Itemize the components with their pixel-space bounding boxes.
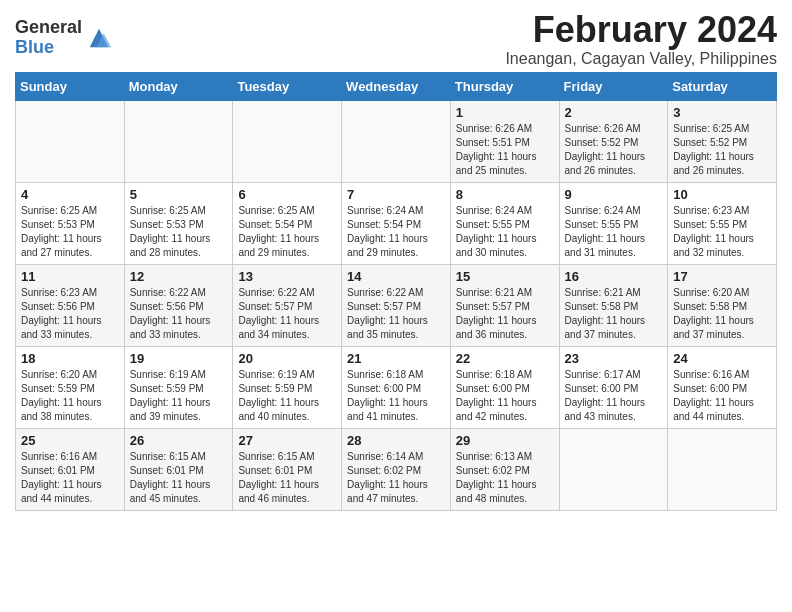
calendar-cell: 10Sunrise: 6:23 AM Sunset: 5:55 PM Dayli… <box>668 182 777 264</box>
calendar-week-row: 18Sunrise: 6:20 AM Sunset: 5:59 PM Dayli… <box>16 346 777 428</box>
calendar-header: SundayMondayTuesdayWednesdayThursdayFrid… <box>16 72 777 100</box>
calendar-cell: 4Sunrise: 6:25 AM Sunset: 5:53 PM Daylig… <box>16 182 125 264</box>
day-number: 14 <box>347 269 445 284</box>
header-day: Thursday <box>450 72 559 100</box>
day-number: 28 <box>347 433 445 448</box>
calendar-cell: 20Sunrise: 6:19 AM Sunset: 5:59 PM Dayli… <box>233 346 342 428</box>
calendar-cell <box>342 100 451 182</box>
day-info: Sunrise: 6:21 AM Sunset: 5:58 PM Dayligh… <box>565 286 663 342</box>
day-number: 10 <box>673 187 771 202</box>
calendar-week-row: 4Sunrise: 6:25 AM Sunset: 5:53 PM Daylig… <box>16 182 777 264</box>
day-number: 29 <box>456 433 554 448</box>
calendar-cell: 8Sunrise: 6:24 AM Sunset: 5:55 PM Daylig… <box>450 182 559 264</box>
day-info: Sunrise: 6:18 AM Sunset: 6:00 PM Dayligh… <box>456 368 554 424</box>
calendar-cell: 23Sunrise: 6:17 AM Sunset: 6:00 PM Dayli… <box>559 346 668 428</box>
day-info: Sunrise: 6:23 AM Sunset: 5:56 PM Dayligh… <box>21 286 119 342</box>
logo-blue-text: Blue <box>15 38 82 58</box>
day-info: Sunrise: 6:19 AM Sunset: 5:59 PM Dayligh… <box>130 368 228 424</box>
day-info: Sunrise: 6:14 AM Sunset: 6:02 PM Dayligh… <box>347 450 445 506</box>
calendar-cell: 1Sunrise: 6:26 AM Sunset: 5:51 PM Daylig… <box>450 100 559 182</box>
calendar-cell: 29Sunrise: 6:13 AM Sunset: 6:02 PM Dayli… <box>450 428 559 510</box>
day-number: 5 <box>130 187 228 202</box>
day-info: Sunrise: 6:25 AM Sunset: 5:53 PM Dayligh… <box>130 204 228 260</box>
calendar-body: 1Sunrise: 6:26 AM Sunset: 5:51 PM Daylig… <box>16 100 777 510</box>
calendar-cell <box>668 428 777 510</box>
day-info: Sunrise: 6:25 AM Sunset: 5:54 PM Dayligh… <box>238 204 336 260</box>
calendar-cell: 13Sunrise: 6:22 AM Sunset: 5:57 PM Dayli… <box>233 264 342 346</box>
header-day: Tuesday <box>233 72 342 100</box>
day-info: Sunrise: 6:20 AM Sunset: 5:58 PM Dayligh… <box>673 286 771 342</box>
calendar-cell <box>233 100 342 182</box>
day-info: Sunrise: 6:24 AM Sunset: 5:55 PM Dayligh… <box>565 204 663 260</box>
day-info: Sunrise: 6:18 AM Sunset: 6:00 PM Dayligh… <box>347 368 445 424</box>
day-info: Sunrise: 6:13 AM Sunset: 6:02 PM Dayligh… <box>456 450 554 506</box>
day-info: Sunrise: 6:26 AM Sunset: 5:51 PM Dayligh… <box>456 122 554 178</box>
day-number: 8 <box>456 187 554 202</box>
day-number: 24 <box>673 351 771 366</box>
calendar-cell: 5Sunrise: 6:25 AM Sunset: 5:53 PM Daylig… <box>124 182 233 264</box>
day-number: 13 <box>238 269 336 284</box>
header: General Blue February 2024 Ineangan, Cag… <box>15 10 777 68</box>
calendar-cell: 16Sunrise: 6:21 AM Sunset: 5:58 PM Dayli… <box>559 264 668 346</box>
header-day: Wednesday <box>342 72 451 100</box>
calendar-week-row: 25Sunrise: 6:16 AM Sunset: 6:01 PM Dayli… <box>16 428 777 510</box>
calendar-cell: 25Sunrise: 6:16 AM Sunset: 6:01 PM Dayli… <box>16 428 125 510</box>
day-info: Sunrise: 6:24 AM Sunset: 5:55 PM Dayligh… <box>456 204 554 260</box>
calendar-cell: 18Sunrise: 6:20 AM Sunset: 5:59 PM Dayli… <box>16 346 125 428</box>
calendar-cell: 19Sunrise: 6:19 AM Sunset: 5:59 PM Dayli… <box>124 346 233 428</box>
day-number: 4 <box>21 187 119 202</box>
calendar-cell: 27Sunrise: 6:15 AM Sunset: 6:01 PM Dayli… <box>233 428 342 510</box>
calendar-cell <box>16 100 125 182</box>
title-area: February 2024 Ineangan, Cagayan Valley, … <box>505 10 777 68</box>
header-day: Sunday <box>16 72 125 100</box>
calendar-cell: 12Sunrise: 6:22 AM Sunset: 5:56 PM Dayli… <box>124 264 233 346</box>
calendar-cell: 22Sunrise: 6:18 AM Sunset: 6:00 PM Dayli… <box>450 346 559 428</box>
day-info: Sunrise: 6:21 AM Sunset: 5:57 PM Dayligh… <box>456 286 554 342</box>
day-info: Sunrise: 6:24 AM Sunset: 5:54 PM Dayligh… <box>347 204 445 260</box>
day-number: 9 <box>565 187 663 202</box>
calendar-cell: 2Sunrise: 6:26 AM Sunset: 5:52 PM Daylig… <box>559 100 668 182</box>
day-info: Sunrise: 6:16 AM Sunset: 6:01 PM Dayligh… <box>21 450 119 506</box>
day-number: 16 <box>565 269 663 284</box>
calendar-week-row: 1Sunrise: 6:26 AM Sunset: 5:51 PM Daylig… <box>16 100 777 182</box>
calendar-cell <box>124 100 233 182</box>
header-day: Friday <box>559 72 668 100</box>
header-row: SundayMondayTuesdayWednesdayThursdayFrid… <box>16 72 777 100</box>
calendar-cell: 15Sunrise: 6:21 AM Sunset: 5:57 PM Dayli… <box>450 264 559 346</box>
calendar-cell: 14Sunrise: 6:22 AM Sunset: 5:57 PM Dayli… <box>342 264 451 346</box>
day-number: 21 <box>347 351 445 366</box>
day-info: Sunrise: 6:25 AM Sunset: 5:52 PM Dayligh… <box>673 122 771 178</box>
calendar-week-row: 11Sunrise: 6:23 AM Sunset: 5:56 PM Dayli… <box>16 264 777 346</box>
day-number: 20 <box>238 351 336 366</box>
day-info: Sunrise: 6:16 AM Sunset: 6:00 PM Dayligh… <box>673 368 771 424</box>
subtitle: Ineangan, Cagayan Valley, Philippines <box>505 50 777 68</box>
calendar-cell: 21Sunrise: 6:18 AM Sunset: 6:00 PM Dayli… <box>342 346 451 428</box>
day-number: 11 <box>21 269 119 284</box>
calendar-cell: 6Sunrise: 6:25 AM Sunset: 5:54 PM Daylig… <box>233 182 342 264</box>
day-number: 27 <box>238 433 336 448</box>
day-number: 23 <box>565 351 663 366</box>
day-info: Sunrise: 6:23 AM Sunset: 5:55 PM Dayligh… <box>673 204 771 260</box>
calendar-cell: 26Sunrise: 6:15 AM Sunset: 6:01 PM Dayli… <box>124 428 233 510</box>
day-info: Sunrise: 6:17 AM Sunset: 6:00 PM Dayligh… <box>565 368 663 424</box>
calendar-cell: 11Sunrise: 6:23 AM Sunset: 5:56 PM Dayli… <box>16 264 125 346</box>
day-number: 19 <box>130 351 228 366</box>
day-number: 6 <box>238 187 336 202</box>
day-info: Sunrise: 6:15 AM Sunset: 6:01 PM Dayligh… <box>130 450 228 506</box>
calendar-cell: 17Sunrise: 6:20 AM Sunset: 5:58 PM Dayli… <box>668 264 777 346</box>
day-info: Sunrise: 6:22 AM Sunset: 5:57 PM Dayligh… <box>238 286 336 342</box>
day-number: 22 <box>456 351 554 366</box>
logo-general-text: General <box>15 18 82 38</box>
day-number: 7 <box>347 187 445 202</box>
calendar-cell: 9Sunrise: 6:24 AM Sunset: 5:55 PM Daylig… <box>559 182 668 264</box>
day-number: 1 <box>456 105 554 120</box>
main-title: February 2024 <box>505 10 777 50</box>
day-number: 3 <box>673 105 771 120</box>
calendar-cell: 28Sunrise: 6:14 AM Sunset: 6:02 PM Dayli… <box>342 428 451 510</box>
day-number: 2 <box>565 105 663 120</box>
day-number: 15 <box>456 269 554 284</box>
header-day: Monday <box>124 72 233 100</box>
day-number: 18 <box>21 351 119 366</box>
day-info: Sunrise: 6:22 AM Sunset: 5:57 PM Dayligh… <box>347 286 445 342</box>
calendar-cell: 24Sunrise: 6:16 AM Sunset: 6:00 PM Dayli… <box>668 346 777 428</box>
